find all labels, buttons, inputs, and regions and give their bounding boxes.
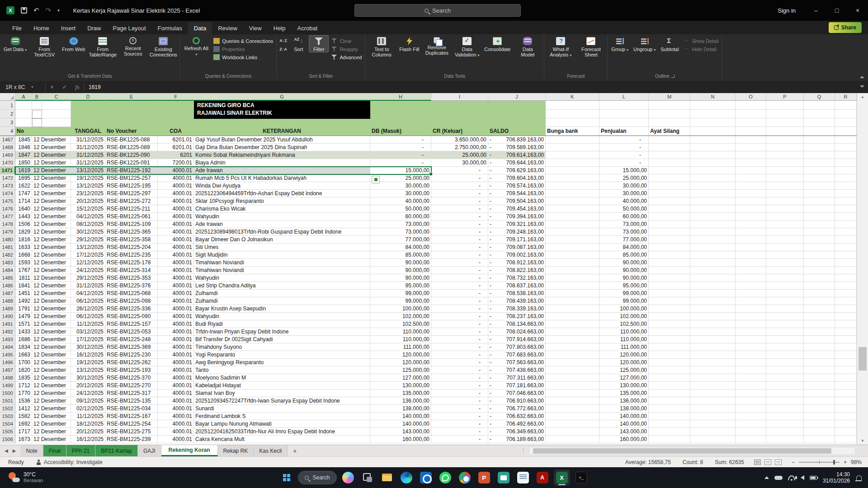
save-icon[interactable] [21,7,27,14]
cell-penjualan[interactable]: 50.000,00 [599,205,649,213]
header-cell[interactable] [690,127,736,136]
cell-cr-keluar[interactable]: - [431,221,488,228]
cell-ayat-silang[interactable] [649,167,690,174]
column-header-P[interactable]: P [766,93,804,101]
cell[interactable] [71,118,105,127]
cell-bunga-bank[interactable] [546,259,599,267]
ungroup-button[interactable]: Ungroup ▾ [631,35,658,53]
cell-empty[interactable] [690,136,736,144]
column-header-K[interactable]: K [546,93,599,101]
cell-bunga-bank[interactable] [546,274,599,282]
row-header[interactable]: 1495 [0,351,15,359]
cell-coa[interactable]: 4000.01 [158,436,194,443]
cell[interactable] [488,118,546,127]
cell-empty[interactable] [736,436,766,443]
cell-coa[interactable]: 6201 [158,151,194,159]
cell-penjualan[interactable]: 136.000,00 [599,397,649,405]
cell-empty[interactable] [835,343,857,351]
cell[interactable] [42,101,71,110]
cancel-entry-icon[interactable]: × [46,81,58,93]
cell-bulan[interactable]: 12 Desember [32,274,71,282]
cell[interactable] [649,118,690,127]
cell-penjualan[interactable]: 85.000,00 [599,251,649,259]
cell-empty[interactable] [835,397,857,405]
cell-ayat-silang[interactable] [649,267,690,274]
wifi-icon[interactable] [788,475,795,480]
row-header[interactable]: 1488 [0,297,15,305]
cell-tanggal[interactable]: 30/12/2025 [71,228,105,236]
cell[interactable] [158,118,194,127]
cell-empty[interactable] [736,282,766,290]
cell-bunga-bank[interactable] [546,159,599,167]
cell-bulan[interactable]: 12 Desember [32,213,71,221]
cell-db-masuk[interactable]: 90.000,00 [370,259,431,267]
cell-db-masuk[interactable]: 73.000,00 [370,221,431,228]
cell-tanggal[interactable]: 13/12/2025 [71,182,105,190]
cell-bulan[interactable]: 12 Desember [32,413,71,420]
row-header[interactable]: 1493 [0,336,15,343]
cell-tanggal[interactable]: 04/12/2025 [71,290,105,297]
cell-empty[interactable] [690,290,736,297]
cell-no[interactable]: 1479 [15,313,32,320]
cell-penjualan[interactable]: 84.000,00 [599,244,649,251]
cell-bunga-bank[interactable] [546,267,599,274]
cell-empty[interactable] [690,182,736,190]
undo-icon[interactable]: ↶ [33,6,39,14]
cell-voucher[interactable]: RSE-BM1225-135 [105,397,158,405]
cell-empty[interactable] [766,182,804,190]
cell-bunga-bank[interactable] [546,420,599,428]
cell-voucher[interactable]: RSE-BK1225-089 [105,144,158,151]
cell-no[interactable]: 1829 [15,228,32,236]
cell-tanggal[interactable]: 30/12/2025 [71,343,105,351]
data-model-button[interactable]: Data Model [513,35,542,58]
sheet-tab-rekening-koran[interactable]: Rekening Koran [161,445,218,456]
cell-bunga-bank[interactable] [546,405,599,413]
cell-empty[interactable] [736,274,766,282]
cell-empty[interactable] [736,259,766,267]
cell-empty[interactable] [736,397,766,405]
row-header[interactable]: 1 [0,101,15,110]
cell-coa[interactable]: 4000.01 [158,190,194,197]
column-header-Q[interactable]: Q [804,93,835,101]
cell-voucher[interactable]: RSE-BM1225-235 [105,251,158,259]
taskbar-search[interactable]: Search [298,471,336,484]
cell-saldo[interactable]: -707.683.663,00 [488,351,546,359]
cell[interactable] [736,118,766,127]
cell[interactable] [599,101,649,110]
cell-keterangan[interactable]: Rumah Mcb 5 Pcs Ut K Habadorkas Darwiyah [194,174,370,182]
cell-db-masuk[interactable]: - [370,151,431,159]
row-header[interactable]: 1478 [0,221,15,228]
cell-empty[interactable] [736,213,766,221]
cell-empty[interactable] [804,405,835,413]
cell-cr-keluar[interactable]: - [431,359,488,366]
cell-empty[interactable] [690,144,736,151]
cell-saldo[interactable]: -709.614.163,00 [488,151,546,159]
cell-voucher[interactable]: RSE-BM1225-167 [105,413,158,420]
cell-db-masuk[interactable]: 136.000,00 [370,397,431,405]
cell-coa[interactable]: 4000.01 [158,205,194,213]
zoom-slider[interactable] [799,462,840,463]
cell-bunga-bank[interactable] [546,228,599,236]
row-header[interactable]: 1475 [0,197,15,205]
cell-tanggal[interactable]: 20/12/2025 [71,197,105,205]
cell-voucher[interactable]: RSE-BM1225-365 [105,228,158,236]
cell-empty[interactable] [804,413,835,420]
cell-bulan[interactable]: 12 Desember [32,228,71,236]
cell-empty[interactable] [766,351,804,359]
cell-bulan[interactable]: 12 Desember [32,244,71,251]
header-cell[interactable]: TANGGAL [71,127,105,136]
cell-bunga-bank[interactable] [546,236,599,244]
cell-penjualan[interactable]: 15.000,00 [599,167,649,174]
cell-tanggal[interactable]: 15/12/2025 [71,205,105,213]
cell-penjualan[interactable]: 125.000,00 [599,366,649,374]
cell-empty[interactable] [690,236,736,244]
taskbar-icon-outlook[interactable] [418,469,434,486]
cell-empty[interactable] [736,144,766,151]
cell-empty[interactable] [804,190,835,197]
cell-empty[interactable] [766,205,804,213]
cell-saldo[interactable]: -706.189.663,00 [488,436,546,443]
cell-cr-keluar[interactable]: - [431,413,488,420]
cell-voucher[interactable]: RSE-BM1225-353 [105,274,158,282]
menu-tab-view[interactable]: View [243,22,268,34]
cell-bulan[interactable]: 12 Desember [32,236,71,244]
